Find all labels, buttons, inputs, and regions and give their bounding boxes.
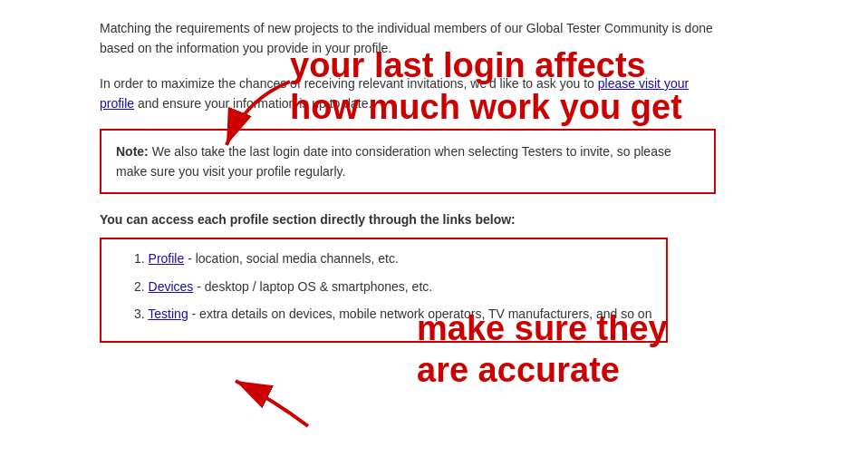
arrow-2-icon [227,363,335,435]
intro-text-2: In order to maximize the chances of rece… [100,76,594,91]
list-item: 3. Testing - extra details on devices, m… [134,304,651,324]
list-item: 1. Profile - location, social media chan… [134,248,651,268]
note-box: Note: We also take the last login date i… [100,129,716,195]
intro-text-1: Matching the requirements of new project… [100,21,713,55]
main-content: Matching the requirements of new project… [0,0,743,361]
note-label: Note: [116,144,149,159]
testing-link[interactable]: Testing [148,306,188,321]
intro-paragraph-1: Matching the requirements of new project… [100,18,716,59]
note-text: We also take the last login date into co… [116,144,671,179]
profile-description: - location, social media channels, etc. [188,251,399,266]
devices-description: - desktop / laptop OS & smartphones, etc… [197,279,432,294]
section-heading: You can access each profile section dire… [100,212,716,227]
intro-paragraph-2: In order to maximize the chances of rece… [100,73,716,114]
intro-text-2-cont: and ensure your information is up to dat… [138,96,371,111]
testing-description: - extra details on devices, mobile netwo… [192,306,652,321]
devices-link[interactable]: Devices [149,279,194,294]
profile-links-list: 1. Profile - location, social media chan… [100,238,668,342]
profile-link[interactable]: Profile [149,251,185,266]
list-item: 2. Devices - desktop / laptop OS & smart… [134,277,651,297]
